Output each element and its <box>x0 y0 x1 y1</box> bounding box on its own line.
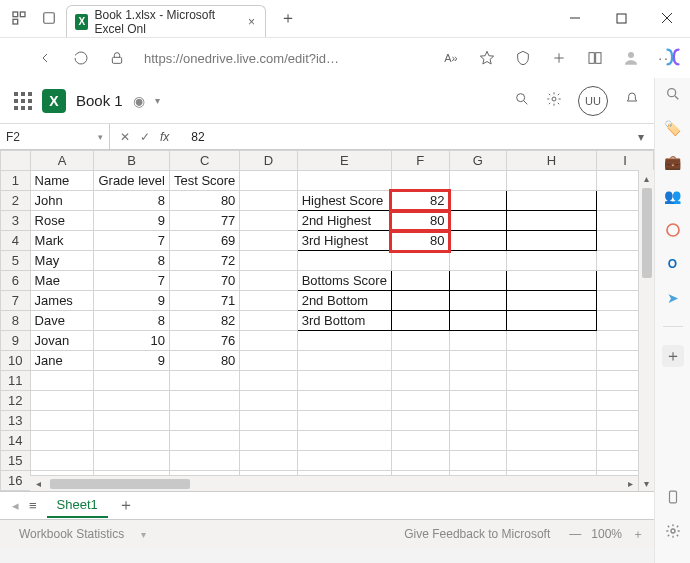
cell-E5[interactable] <box>297 251 391 271</box>
browser-tab-active[interactable]: X Book 1.xlsx - Microsoft Excel Onl × <box>66 5 266 37</box>
cell-F1[interactable] <box>391 171 449 191</box>
horizontal-scrollbar[interactable]: ◂ ▸ <box>30 475 638 491</box>
cell-G12[interactable] <box>449 391 506 411</box>
cell-E9[interactable] <box>297 331 391 351</box>
cell-B12[interactable] <box>94 391 169 411</box>
site-info-icon[interactable] <box>102 43 132 73</box>
cell-A7[interactable]: James <box>30 291 94 311</box>
row-header-13[interactable]: 13 <box>1 411 31 431</box>
security-badge-icon[interactable] <box>508 43 538 73</box>
cell-H7[interactable] <box>506 291 596 311</box>
cell-F9[interactable] <box>391 331 449 351</box>
name-box[interactable]: F2 ▾ <box>0 124 110 149</box>
cell-G2[interactable] <box>449 191 506 211</box>
row-header-10[interactable]: 10 <box>1 351 31 371</box>
cell-A3[interactable]: Rose <box>30 211 94 231</box>
cell-D7[interactable] <box>240 291 297 311</box>
vscroll-thumb[interactable] <box>642 188 652 278</box>
column-header-H[interactable]: H <box>506 151 596 171</box>
cell-G6[interactable] <box>449 271 506 291</box>
sidebar-outlook-icon[interactable]: O <box>663 254 683 274</box>
cell-C13[interactable] <box>169 411 239 431</box>
cell-H13[interactable] <box>506 411 596 431</box>
name-box-chevron-icon[interactable]: ▾ <box>98 132 103 142</box>
cell-C10[interactable]: 80 <box>169 351 239 371</box>
cell-E1[interactable] <box>297 171 391 191</box>
cell-G4[interactable] <box>449 231 506 251</box>
cell-H12[interactable] <box>506 391 596 411</box>
row-header-9[interactable]: 9 <box>1 331 31 351</box>
cell-A1[interactable]: Name <box>30 171 94 191</box>
cell-G11[interactable] <box>449 371 506 391</box>
profile-button[interactable] <box>616 43 646 73</box>
cell-B2[interactable]: 8 <box>94 191 169 211</box>
sidebar-shopping-icon[interactable]: 🏷️ <box>663 118 683 138</box>
cell-A4[interactable]: Mark <box>30 231 94 251</box>
sidebar-send-icon[interactable]: ➤ <box>663 288 683 308</box>
cell-G8[interactable] <box>449 311 506 331</box>
new-tab-button[interactable]: ＋ <box>274 4 302 32</box>
cell-H1[interactable] <box>506 171 596 191</box>
cell-F4[interactable]: 80 <box>391 231 449 251</box>
cell-C2[interactable]: 80 <box>169 191 239 211</box>
cell-D8[interactable] <box>240 311 297 331</box>
cell-E8[interactable]: 3rd Bottom <box>297 311 391 331</box>
copilot-icon[interactable] <box>658 42 688 72</box>
cell-C15[interactable] <box>169 451 239 471</box>
cell-E3[interactable]: 2nd Highest <box>297 211 391 231</box>
cell-C4[interactable]: 69 <box>169 231 239 251</box>
select-all-corner[interactable] <box>1 151 31 171</box>
cell-F8[interactable] <box>391 311 449 331</box>
row-header-2[interactable]: 2 <box>1 191 31 211</box>
cell-A10[interactable]: Jane <box>30 351 94 371</box>
cell-H8[interactable] <box>506 311 596 331</box>
sidebar-search-icon[interactable] <box>663 84 683 104</box>
row-header-5[interactable]: 5 <box>1 251 31 271</box>
cell-D6[interactable] <box>240 271 297 291</box>
cell-E6[interactable]: Bottoms Score <box>297 271 391 291</box>
cell-C1[interactable]: Test Score <box>169 171 239 191</box>
back-button[interactable] <box>30 43 60 73</box>
cell-H5[interactable] <box>506 251 596 271</box>
cell-G9[interactable] <box>449 331 506 351</box>
cell-D11[interactable] <box>240 371 297 391</box>
cell-D13[interactable] <box>240 411 297 431</box>
cell-H4[interactable] <box>506 231 596 251</box>
cell-D10[interactable] <box>240 351 297 371</box>
split-screen-button[interactable] <box>580 43 610 73</box>
favorite-button[interactable] <box>472 43 502 73</box>
cell-B15[interactable] <box>94 451 169 471</box>
cell-A14[interactable] <box>30 431 94 451</box>
cell-D3[interactable] <box>240 211 297 231</box>
row-header-6[interactable]: 6 <box>1 271 31 291</box>
cell-D2[interactable] <box>240 191 297 211</box>
cell-G7[interactable] <box>449 291 506 311</box>
cell-C11[interactable] <box>169 371 239 391</box>
cell-A8[interactable]: Dave <box>30 311 94 331</box>
column-header-C[interactable]: C <box>169 151 239 171</box>
cell-D15[interactable] <box>240 451 297 471</box>
cell-F10[interactable] <box>391 351 449 371</box>
cell-B3[interactable]: 9 <box>94 211 169 231</box>
sidebar-settings-icon[interactable] <box>663 521 683 541</box>
sidebar-tools-icon[interactable]: 💼 <box>663 152 683 172</box>
cell-F7[interactable] <box>391 291 449 311</box>
cell-F6[interactable] <box>391 271 449 291</box>
cell-G1[interactable] <box>449 171 506 191</box>
search-icon[interactable] <box>514 91 530 111</box>
cell-E7[interactable]: 2nd Bottom <box>297 291 391 311</box>
cell-D9[interactable] <box>240 331 297 351</box>
cell-G5[interactable] <box>449 251 506 271</box>
row-header-1[interactable]: 1 <box>1 171 31 191</box>
row-header-3[interactable]: 3 <box>1 211 31 231</box>
cell-E13[interactable] <box>297 411 391 431</box>
expand-formula-bar-icon[interactable]: ▾ <box>628 130 654 144</box>
zoom-out-button[interactable]: — <box>569 527 581 541</box>
cell-D4[interactable] <box>240 231 297 251</box>
cell-C8[interactable]: 82 <box>169 311 239 331</box>
cell-C6[interactable]: 70 <box>169 271 239 291</box>
row-header-11[interactable]: 11 <box>1 371 31 391</box>
cell-E12[interactable] <box>297 391 391 411</box>
cell-B5[interactable]: 8 <box>94 251 169 271</box>
add-sheet-button[interactable]: ＋ <box>118 495 134 516</box>
